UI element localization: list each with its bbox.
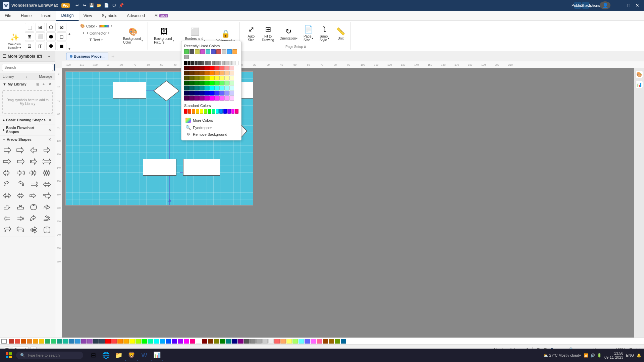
my-library-layout-btn[interactable]: ⊞ bbox=[35, 81, 40, 87]
standard-color-swatch[interactable] bbox=[192, 109, 195, 114]
arrow-shape-11[interactable] bbox=[28, 168, 39, 178]
arrow-shape-21[interactable] bbox=[1, 202, 13, 213]
colorbar-swatch[interactable] bbox=[305, 339, 310, 344]
recent-color-swatch[interactable] bbox=[190, 49, 194, 54]
beautify-btn-14[interactable]: ◻ bbox=[57, 32, 66, 41]
user-avatar[interactable]: 👤 bbox=[600, 1, 610, 9]
standard-color-swatch[interactable] bbox=[208, 109, 211, 114]
palette-color-swatch[interactable] bbox=[204, 76, 209, 80]
colorbar-swatch[interactable] bbox=[299, 339, 304, 344]
palette-color-swatch[interactable] bbox=[209, 76, 214, 80]
pin-button[interactable]: 📌 bbox=[118, 2, 125, 9]
jump-style-dropdown-arrow[interactable]: ▾ bbox=[328, 37, 329, 40]
colorbar-swatch[interactable] bbox=[178, 339, 183, 344]
colorbar-swatch[interactable] bbox=[9, 339, 14, 344]
remove-bg-row[interactable]: ⊘ Remove Background bbox=[184, 131, 238, 137]
standard-color-swatch[interactable] bbox=[223, 109, 227, 114]
palette-color-swatch[interactable] bbox=[208, 61, 211, 65]
colorbar-swatch[interactable] bbox=[268, 339, 274, 344]
palette-color-swatch[interactable] bbox=[194, 81, 199, 85]
palette-color-swatch[interactable] bbox=[209, 91, 214, 96]
colorbar-swatch[interactable] bbox=[75, 339, 80, 344]
colorbar-swatch[interactable] bbox=[335, 339, 340, 344]
palette-color-swatch[interactable] bbox=[199, 86, 204, 90]
palette-color-swatch[interactable] bbox=[205, 61, 208, 65]
colorbar-swatch[interactable] bbox=[117, 339, 123, 344]
colorbar-swatch[interactable] bbox=[45, 339, 50, 344]
palette-color-swatch[interactable] bbox=[214, 71, 219, 75]
palette-color-swatch[interactable] bbox=[209, 96, 214, 101]
palette-color-swatch[interactable] bbox=[194, 76, 199, 80]
palette-color-swatch[interactable] bbox=[187, 61, 191, 65]
minimize-button[interactable]: — bbox=[616, 2, 624, 9]
unit-button[interactable]: 📏 Unit bbox=[333, 23, 348, 44]
arrow-shape-8[interactable] bbox=[41, 156, 53, 167]
orientation-button[interactable]: ↻ Orientation ▾ bbox=[277, 23, 300, 44]
colorbar-swatch[interactable] bbox=[286, 339, 292, 344]
colorbar-swatch[interactable] bbox=[148, 339, 153, 344]
palette-color-swatch[interactable] bbox=[184, 96, 189, 101]
background-color-button[interactable]: 🎨 BackgroundColor ▾ bbox=[121, 26, 145, 46]
fc-shape-5[interactable] bbox=[183, 159, 220, 176]
palette-color-swatch[interactable] bbox=[194, 96, 199, 101]
arrow-shape-32[interactable] bbox=[41, 225, 53, 235]
palette-color-swatch[interactable] bbox=[184, 81, 189, 85]
arrow-shape-17[interactable] bbox=[1, 190, 13, 201]
fit-to-drawing-button[interactable]: ⊞ Fit toDrawing bbox=[260, 23, 276, 44]
arrow-shape-20[interactable] bbox=[41, 190, 53, 201]
palette-color-swatch[interactable] bbox=[194, 86, 199, 90]
tab-insert[interactable]: Insert bbox=[37, 11, 56, 21]
palette-color-swatch[interactable] bbox=[224, 81, 229, 85]
share-icon-button[interactable]: ⬡ bbox=[111, 2, 117, 9]
open-button[interactable]: 📂 bbox=[96, 2, 103, 9]
taskbar-edge[interactable]: 🌐 bbox=[100, 349, 112, 361]
beautify-down-arrow[interactable]: ▼ bbox=[68, 47, 71, 51]
palette-color-swatch[interactable] bbox=[212, 61, 215, 65]
palette-color-swatch[interactable] bbox=[224, 76, 229, 80]
palette-color-swatch[interactable] bbox=[224, 96, 229, 101]
colorbar-swatch[interactable] bbox=[160, 339, 165, 344]
palette-color-swatch[interactable] bbox=[224, 71, 229, 75]
palette-color-swatch[interactable] bbox=[222, 61, 225, 65]
one-click-beautify-button[interactable]: ✨ One ClickBeautify ▾ bbox=[5, 31, 23, 51]
colorbar-swatch[interactable] bbox=[21, 339, 26, 344]
right-panel-btn-2[interactable]: 📊 bbox=[636, 81, 643, 88]
palette-color-swatch[interactable] bbox=[218, 61, 221, 65]
arrow-shape-23[interactable] bbox=[28, 202, 39, 213]
tab-view[interactable]: View bbox=[79, 11, 97, 21]
taskbar-brave[interactable]: 🦁 bbox=[125, 349, 138, 361]
palette-color-swatch[interactable] bbox=[229, 91, 234, 96]
colorbar-swatch[interactable] bbox=[184, 339, 189, 344]
arrow-shape-31[interactable] bbox=[28, 225, 39, 235]
bg-picture-dropdown-arrow[interactable]: ▾ bbox=[173, 39, 174, 42]
colorbar-swatch[interactable] bbox=[292, 339, 298, 344]
colorbar-swatch[interactable] bbox=[317, 339, 322, 344]
standard-color-swatch[interactable] bbox=[196, 109, 199, 114]
colorbar-swatch[interactable] bbox=[274, 339, 280, 344]
palette-color-swatch[interactable] bbox=[209, 71, 214, 75]
palette-color-swatch[interactable] bbox=[224, 86, 229, 90]
beautify-up-arrow[interactable]: ▲ bbox=[68, 32, 71, 36]
recent-color-swatch[interactable] bbox=[222, 49, 226, 54]
palette-color-swatch[interactable] bbox=[228, 61, 231, 65]
beautify-btn-9[interactable]: ⬡ bbox=[46, 23, 56, 32]
my-library-close-btn[interactable]: ✕ bbox=[47, 81, 52, 87]
canvas-scroll[interactable] bbox=[62, 68, 634, 338]
beautify-btn-10[interactable]: ⬢ bbox=[46, 32, 56, 41]
orientation-dropdown-arrow[interactable]: ▾ bbox=[296, 37, 298, 40]
palette-color-swatch[interactable] bbox=[194, 91, 199, 96]
colorbar-swatch[interactable] bbox=[129, 339, 135, 344]
palette-color-swatch[interactable] bbox=[184, 86, 189, 90]
standard-color-swatch[interactable] bbox=[212, 109, 215, 114]
basic-flowchart-close[interactable]: ✕ bbox=[47, 127, 52, 132]
taskbar-search-box[interactable]: 🔍 Type here to search bbox=[16, 352, 83, 359]
arrow-shape-29[interactable] bbox=[1, 225, 13, 235]
my-library-header[interactable]: ▼ My Library ⊞ + ✕ bbox=[0, 80, 55, 88]
standard-color-swatch[interactable] bbox=[227, 109, 231, 114]
arrow-shape-10[interactable] bbox=[15, 168, 26, 178]
colorbar-swatch[interactable] bbox=[256, 339, 262, 344]
tab-home[interactable]: Home bbox=[16, 11, 37, 21]
palette-color-swatch[interactable] bbox=[204, 86, 209, 90]
bg-color-dropdown-arrow[interactable]: ▾ bbox=[142, 39, 143, 42]
palette-color-swatch[interactable] bbox=[229, 76, 234, 80]
